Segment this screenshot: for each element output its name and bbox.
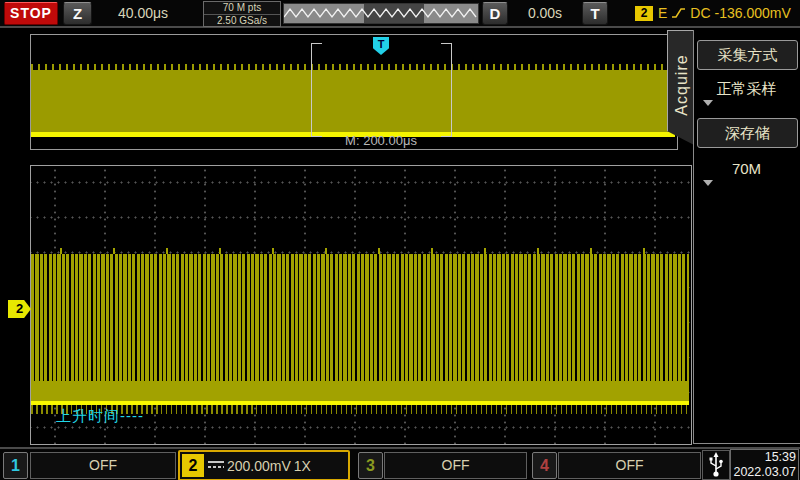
- trigger-position-marker[interactable]: T: [373, 37, 389, 55]
- clock: 15:39 2022.03.07: [730, 449, 799, 480]
- zoom-window-bracket-left[interactable]: [311, 43, 322, 137]
- zoom-window-bracket-right[interactable]: [441, 43, 452, 137]
- delay-button[interactable]: D: [482, 2, 508, 25]
- dropdown-arrow-icon: [703, 100, 713, 106]
- trigger-channel-badge: 2: [635, 6, 653, 21]
- channel-4-badge[interactable]: 4: [532, 452, 557, 479]
- menu-value-memory-depth[interactable]: 70M: [697, 152, 796, 190]
- dropdown-arrow-icon: [703, 180, 713, 186]
- usb-icon: [708, 452, 724, 478]
- zoom-button[interactable]: Z: [63, 2, 92, 25]
- trigger-level-value: -136.000mV: [715, 5, 791, 21]
- delay-readout: 0.00s: [508, 5, 582, 21]
- menu-item-acquire-mode[interactable]: 采集方式: [697, 40, 798, 70]
- channel-status-bar: 1 OFF 2 200.00mV 1X 3 OFF 4 OFF: [0, 447, 800, 480]
- channel-4-status[interactable]: OFF: [558, 452, 701, 479]
- menu-item-deep-memory[interactable]: 深存储: [697, 118, 798, 148]
- channel-1-status[interactable]: OFF: [30, 452, 176, 479]
- time-value: 15:39: [731, 450, 798, 465]
- memory-depth-label: 70M: [732, 160, 761, 177]
- overview-waveform-band: [31, 70, 675, 132]
- acquire-tab[interactable]: Acquire: [667, 30, 696, 146]
- channel-2-badge[interactable]: 2: [182, 454, 204, 477]
- dc-coupling-icon: [208, 461, 224, 471]
- timebase-readout: 40.00μs: [98, 5, 188, 21]
- channel2-waveform: [31, 254, 689, 381]
- record-overview-window: T M: 200.00μs: [30, 34, 678, 150]
- trigger-coupling-label: DC: [690, 5, 710, 21]
- date-value: 2022.03.07: [731, 465, 798, 480]
- usb-indicator: [702, 450, 730, 480]
- channel-3-badge[interactable]: 3: [358, 452, 383, 479]
- menu-value-sample-mode[interactable]: 正常采样: [697, 72, 796, 110]
- rise-time-measurement: 上升时间----: [56, 407, 144, 426]
- trigger-menu-button[interactable]: T: [582, 2, 608, 25]
- rising-edge-icon: [671, 6, 686, 20]
- sample-rate-value: 2.50 GSa/s: [204, 15, 280, 27]
- channel2-position-marker[interactable]: 2: [8, 300, 31, 318]
- waveform-position-strip[interactable]: [283, 3, 479, 24]
- main-timebase-label: M: 200.00μs: [311, 133, 451, 148]
- run-stop-button[interactable]: STOP: [4, 2, 58, 25]
- channel-2-cell[interactable]: 2 200.00mV 1X: [178, 450, 350, 480]
- top-status-bar: STOP Z 40.00μs 70 M pts 2.50 GSa/s D 0.0…: [0, 0, 800, 28]
- channel-1-badge[interactable]: 1: [3, 452, 28, 479]
- acquire-menu-panel: 采集方式 正常采样 深存储 70M: [693, 30, 800, 444]
- main-waveform-area: 上升时间---- ✕ 操作到极限!: [30, 165, 692, 445]
- channel-2-probe: 1X: [294, 458, 311, 474]
- zigzag-waveform-icon: [284, 4, 478, 23]
- oscilloscope-screen: STOP Z 40.00μs 70 M pts 2.50 GSa/s D 0.0…: [0, 0, 800, 480]
- trigger-status: 2 E DC -136.000mV: [615, 0, 800, 26]
- channel2-waveform-base: [31, 381, 689, 401]
- memory-depth-box: 70 M pts 2.50 GSa/s: [203, 1, 281, 27]
- sample-mode-label: 正常采样: [717, 80, 777, 97]
- channel-2-scale: 200.00mV: [227, 458, 291, 474]
- memory-depth-value: 70 M pts: [204, 2, 280, 15]
- channel-3-status[interactable]: OFF: [384, 452, 527, 479]
- trigger-type-label: E: [658, 5, 667, 21]
- acquire-tab-label: Acquire: [673, 54, 691, 115]
